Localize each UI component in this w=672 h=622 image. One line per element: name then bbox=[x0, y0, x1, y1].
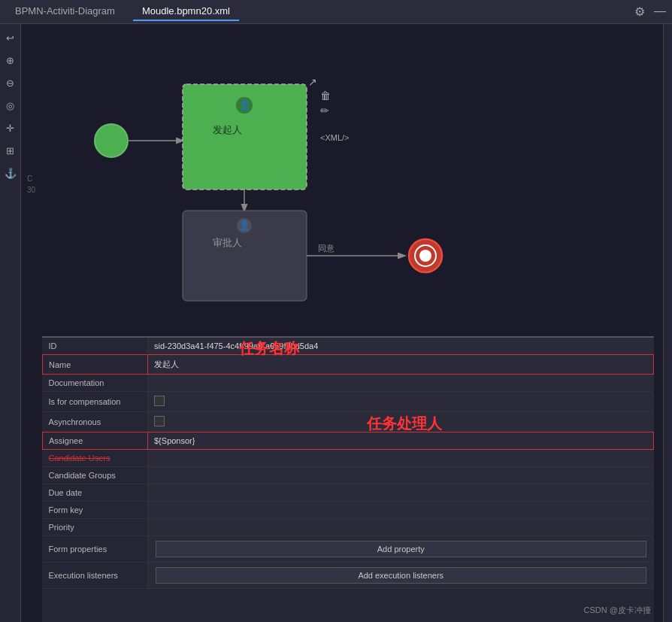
prop-row-candidate-users: Candidate Users bbox=[43, 450, 654, 467]
prop-row-form-key: Form key bbox=[43, 502, 654, 519]
prop-compensation-label: Is for compensation bbox=[43, 392, 148, 412]
title-bar: BPMN-Activiti-Diagram Moudle.bpmn20.xml … bbox=[0, 0, 672, 24]
diagram-canvas[interactable]: C 30 👤 发起人 bbox=[21, 24, 663, 336]
prop-candidate-users-label: Candidate Users bbox=[43, 450, 148, 467]
gear-icon[interactable]: ⚙ bbox=[634, 5, 645, 19]
delete-icon[interactable]: 🗑 bbox=[320, 90, 331, 102]
prop-row-due-date: Due date bbox=[43, 484, 654, 502]
prop-row-form-properties: Form properties Add property bbox=[43, 536, 654, 563]
canvas-area: C 30 👤 发起人 bbox=[21, 24, 663, 622]
prop-row-compensation: Is for compensation bbox=[43, 392, 654, 412]
end-event-dot bbox=[419, 250, 431, 262]
prop-row-execution-listeners: Execution listeners Add execution listen… bbox=[43, 563, 654, 589]
prop-name-label: Name bbox=[43, 355, 148, 375]
left-sidebar: ↩ ⊕ ⊖ ◎ ✛ ⊞ ⚓ bbox=[0, 24, 21, 622]
prop-row-priority: Priority bbox=[43, 519, 654, 536]
bpmn-diagram-svg: 👤 发起人 ↗ 🗑 ✏ <XML/> bbox=[21, 24, 663, 317]
prop-documentation-value[interactable] bbox=[148, 375, 654, 392]
prop-row-assignee: Assignee ${Sponsor} bbox=[43, 432, 654, 450]
prop-row-documentation: Documentation bbox=[43, 375, 654, 392]
tab-bpmn-diagram[interactable]: BPMN-Activiti-Diagram bbox=[6, 2, 124, 21]
prop-execution-listeners-value: Add execution listeners bbox=[148, 563, 654, 589]
resize-icon[interactable]: ↗ bbox=[308, 76, 317, 88]
add-property-button[interactable]: Add property bbox=[156, 541, 646, 557]
start-event[interactable] bbox=[95, 124, 128, 157]
select-icon[interactable]: ✛ bbox=[3, 120, 18, 135]
prop-documentation-label: Documentation bbox=[43, 375, 148, 392]
zoom-out-icon[interactable]: ⊖ bbox=[3, 75, 18, 90]
prop-candidate-groups-value[interactable] bbox=[148, 467, 654, 484]
prop-priority-label: Priority bbox=[43, 519, 148, 536]
prop-candidate-groups-label: Candidate Groups bbox=[43, 467, 148, 484]
fit-icon[interactable]: ◎ bbox=[3, 98, 18, 113]
right-sidebar bbox=[663, 24, 672, 622]
prop-priority-value[interactable] bbox=[148, 519, 654, 536]
prop-form-properties-value: Add property bbox=[148, 536, 654, 563]
canvas-inner: C 30 👤 发起人 bbox=[21, 24, 663, 336]
svg-text:👤: 👤 bbox=[238, 99, 252, 111]
prop-assignee-value[interactable]: ${Sponsor} bbox=[148, 432, 654, 450]
prop-asynchronous-label: Asynchronous bbox=[43, 412, 148, 432]
properties-table: ID sid-230d3a41-f475-4c4f-99a8-a659f3bd5… bbox=[42, 338, 654, 589]
undo-icon[interactable]: ↩ bbox=[3, 30, 18, 45]
add-execution-listeners-button[interactable]: Add execution listeners bbox=[156, 567, 646, 584]
prop-form-properties-label: Form properties bbox=[43, 536, 148, 563]
prop-row-id: ID sid-230d3a41-f475-4c4f-99a8-a659f3bd5… bbox=[43, 338, 654, 355]
svg-text:👤: 👤 bbox=[238, 219, 251, 232]
prop-due-date-label: Due date bbox=[43, 484, 148, 502]
prop-row-candidate-groups: Candidate Groups bbox=[43, 467, 654, 484]
prop-assignee-label: Assignee bbox=[43, 432, 148, 450]
approver-label: 审批人 bbox=[213, 237, 242, 248]
prop-execution-listeners-label: Execution listeners bbox=[43, 563, 148, 589]
prop-asynchronous-value bbox=[148, 412, 654, 432]
edge-label: 同意 bbox=[318, 244, 334, 253]
minimize-icon[interactable]: — bbox=[654, 5, 666, 19]
prop-candidate-users-value[interactable] bbox=[148, 450, 654, 467]
prop-form-key-label: Form key bbox=[43, 502, 148, 519]
prop-name-value[interactable]: 发起人 bbox=[148, 355, 654, 375]
csdn-watermark: CSDN @皮卡冲撞 bbox=[584, 605, 651, 616]
compensation-checkbox[interactable] bbox=[154, 396, 165, 406]
tab-moudle-xml[interactable]: Moudle.bpmn20.xml bbox=[133, 2, 239, 21]
properties-panel: ID sid-230d3a41-f475-4c4f-99a8-a659f3bd5… bbox=[42, 336, 654, 622]
prop-due-date-value[interactable] bbox=[148, 484, 654, 502]
prop-id-value: sid-230d3a41-f475-4c4f-99a8-a659f3bd5da4 bbox=[148, 338, 654, 355]
prop-compensation-value bbox=[148, 392, 654, 412]
grid-icon[interactable]: ⊞ bbox=[3, 143, 18, 158]
prop-id-label: ID bbox=[43, 338, 148, 355]
asynchronous-checkbox[interactable] bbox=[154, 416, 165, 426]
edit-icon[interactable]: ✏ bbox=[320, 105, 329, 117]
initiator-label: 发起人 bbox=[213, 124, 242, 135]
zoom-in-icon[interactable]: ⊕ bbox=[3, 53, 18, 68]
prop-row-asynchronous: Asynchronous bbox=[43, 412, 654, 432]
prop-form-key-value[interactable] bbox=[148, 502, 654, 519]
prop-row-name: Name 发起人 bbox=[43, 355, 654, 375]
xml-label: <XML/> bbox=[320, 133, 350, 142]
main-container: ↩ ⊕ ⊖ ◎ ✛ ⊞ ⚓ C 30 bbox=[0, 24, 672, 622]
anchor-icon[interactable]: ⚓ bbox=[3, 165, 18, 181]
